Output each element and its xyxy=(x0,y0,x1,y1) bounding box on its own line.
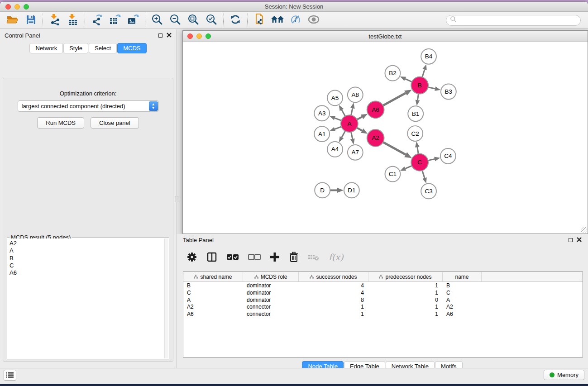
edge-C-C1[interactable] xyxy=(405,166,412,168)
table-cell[interactable]: 8 xyxy=(299,296,368,304)
show-panels-button[interactable] xyxy=(4,370,16,381)
toggle-function-button[interactable]: f xyxy=(287,13,305,28)
tab-style[interactable]: Style xyxy=(63,43,88,53)
edge-A-A7[interactable] xyxy=(351,132,353,139)
table-cell[interactable]: connector xyxy=(243,303,299,310)
table-cell[interactable]: A6 xyxy=(183,310,243,318)
open-session-button[interactable] xyxy=(4,13,22,28)
edge-A-A1[interactable] xyxy=(335,127,342,129)
zoom-in-button[interactable] xyxy=(148,13,166,28)
edge-A6-B[interactable] xyxy=(383,93,406,106)
float-table-panel-icon[interactable] xyxy=(569,238,573,242)
edge-B-B3[interactable] xyxy=(428,87,435,89)
edge-A-A3[interactable] xyxy=(335,118,342,121)
table-cell[interactable]: 1 xyxy=(368,310,443,318)
table-cell[interactable]: A xyxy=(443,296,482,304)
table-cell[interactable]: B xyxy=(443,282,482,289)
table-cell[interactable]: 1 xyxy=(368,289,443,296)
select-all-button[interactable] xyxy=(226,253,239,261)
zoom-selected-button[interactable] xyxy=(202,13,220,28)
table-cell[interactable]: 1 xyxy=(299,310,368,318)
column-header-name[interactable]: name xyxy=(443,272,482,281)
table-cell[interactable]: 4 xyxy=(299,282,368,289)
run-mcds-button[interactable]: Run MCDS xyxy=(37,117,84,129)
manage-columns-button[interactable] xyxy=(206,252,217,262)
mcds-result-list[interactable]: A2ABCA6 xyxy=(8,238,164,358)
result-item[interactable]: A xyxy=(10,247,164,254)
table-cell[interactable]: dominator xyxy=(243,296,299,304)
table-row[interactable]: A2connector11A2 xyxy=(183,303,583,310)
edge-A-A6[interactable] xyxy=(357,117,362,119)
export-network-button[interactable] xyxy=(88,13,106,28)
split-pane-handle[interactable] xyxy=(175,196,178,202)
table-cell[interactable]: A2 xyxy=(443,303,482,310)
table-cell[interactable]: A6 xyxy=(443,310,482,318)
criterion-dropdown[interactable]: largest connected component (directed) ▲… xyxy=(18,100,159,112)
result-item[interactable]: A2 xyxy=(10,240,164,247)
float-panel-icon[interactable] xyxy=(158,33,163,38)
column-header-MCDS-role[interactable]: MCDS role xyxy=(243,272,299,281)
table-cell[interactable]: A xyxy=(183,296,243,304)
table-cell[interactable]: 1 xyxy=(368,282,443,289)
import-network-button[interactable] xyxy=(46,13,64,28)
result-item[interactable]: C xyxy=(10,262,164,269)
tab-mcds[interactable]: MCDS xyxy=(117,43,146,53)
table-cell[interactable]: 1 xyxy=(299,303,368,310)
home-layout-button[interactable] xyxy=(268,13,287,28)
table-cell[interactable]: B xyxy=(183,282,243,289)
zoom-fit-button[interactable] xyxy=(184,13,202,28)
column-header-predecessor-nodes[interactable]: predecessor nodes xyxy=(368,272,443,281)
delete-row-button[interactable] xyxy=(289,252,299,262)
tab-network[interactable]: Network xyxy=(29,43,63,53)
table-row[interactable]: Cdominator41C xyxy=(183,289,583,296)
close-table-panel-icon[interactable] xyxy=(577,236,582,244)
table-row[interactable]: A6connector11A6 xyxy=(183,310,583,318)
new-network-from-selection-button[interactable] xyxy=(250,13,268,28)
table-cell[interactable]: dominator xyxy=(243,282,299,289)
result-item[interactable]: B xyxy=(10,255,164,262)
table-settings-button[interactable] xyxy=(186,252,197,262)
zoom-out-button[interactable] xyxy=(166,13,184,28)
save-session-button[interactable] xyxy=(22,13,40,28)
edge-C-C4[interactable] xyxy=(428,159,435,160)
close-panel-button[interactable]: Close panel xyxy=(91,117,139,129)
window-resize-grip[interactable] xyxy=(581,227,587,233)
result-scrollbar[interactable] xyxy=(164,238,168,358)
node-table[interactable]: shared nameMCDS rolesuccessor nodesprede… xyxy=(183,272,583,357)
tab-select[interactable]: Select xyxy=(89,43,117,53)
edge-A2-C[interactable] xyxy=(383,142,406,155)
result-item[interactable]: A6 xyxy=(10,269,164,276)
table-cell[interactable]: connector xyxy=(243,310,299,318)
edge-B-B2[interactable] xyxy=(405,79,412,82)
edge-C-C2[interactable] xyxy=(417,147,418,154)
table-cell[interactable]: 1 xyxy=(368,303,443,310)
table-cell[interactable]: A2 xyxy=(183,303,243,310)
table-cell[interactable]: dominator xyxy=(243,289,299,296)
edge-A-A4[interactable] xyxy=(342,131,345,138)
show-hide-details-button[interactable] xyxy=(305,13,323,28)
table-cell[interactable]: 0 xyxy=(368,296,443,304)
table-cell[interactable]: C xyxy=(183,289,243,296)
column-header-shared-name[interactable]: shared name xyxy=(183,272,243,281)
memory-button[interactable]: Memory xyxy=(544,370,584,380)
export-table-button[interactable] xyxy=(106,13,124,28)
table-cell[interactable]: 4 xyxy=(299,289,368,296)
column-header-successor-nodes[interactable]: successor nodes xyxy=(299,272,368,281)
edge-A-A2[interactable] xyxy=(357,128,362,130)
deselect-all-button[interactable] xyxy=(248,253,261,261)
edge-B-B1[interactable] xyxy=(417,94,418,100)
table-cell[interactable]: C xyxy=(443,289,482,296)
export-image-button[interactable] xyxy=(124,13,142,28)
network-canvas[interactable]: ABCA2A6A1A3A4A5A7A8B1B2B3B4C1C2C3C4DD1 xyxy=(183,43,587,233)
add-row-button[interactable] xyxy=(270,252,280,262)
edge-C-C3[interactable] xyxy=(422,171,425,178)
edge-A-A8[interactable] xyxy=(351,108,353,115)
table-row[interactable]: Bdominator41B xyxy=(183,282,583,289)
refresh-button[interactable] xyxy=(226,13,244,28)
close-panel-icon[interactable] xyxy=(167,31,172,39)
search-input[interactable] xyxy=(446,15,581,26)
table-row[interactable]: Adominator80A xyxy=(183,296,583,304)
edge-A-A5[interactable] xyxy=(342,110,345,116)
edge-B-B4[interactable] xyxy=(422,70,425,77)
import-table-button[interactable] xyxy=(64,13,82,28)
